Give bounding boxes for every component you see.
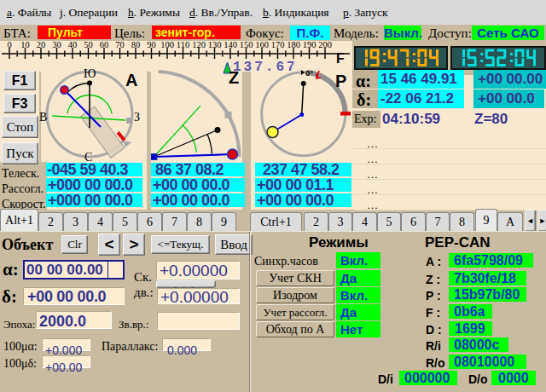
- svg-text:Z: Z: [229, 68, 239, 87]
- svg-text:50: 50: [84, 41, 93, 49]
- svg-text:30: 30: [52, 41, 61, 49]
- svg-text:100: 100: [160, 41, 174, 49]
- svg-text:20: 20: [37, 41, 46, 49]
- svg-text:70: 70: [115, 41, 125, 49]
- svg-text:160: 160: [255, 41, 269, 49]
- svg-text:200: 200: [318, 41, 332, 49]
- svg-text:140: 140: [224, 41, 237, 49]
- svg-text:190: 190: [303, 41, 317, 49]
- svg-text:80: 80: [131, 41, 141, 49]
- svg-text:60: 60: [100, 41, 109, 49]
- svg-text:150: 150: [240, 41, 253, 49]
- svg-text:P: P: [335, 72, 346, 90]
- svg-text:A: A: [125, 71, 137, 89]
- svg-text:90: 90: [147, 41, 156, 49]
- svg-text:110: 110: [177, 41, 189, 49]
- svg-text:130: 130: [208, 41, 222, 49]
- svg-text:40: 40: [68, 41, 78, 49]
- svg-text:180: 180: [287, 41, 300, 49]
- svg-text:120: 120: [192, 41, 206, 49]
- svg-text:170: 170: [271, 41, 285, 49]
- svg-text:0: 0: [7, 41, 11, 49]
- svg-text:0°: 0°: [305, 68, 313, 78]
- svg-text:10: 10: [20, 41, 30, 49]
